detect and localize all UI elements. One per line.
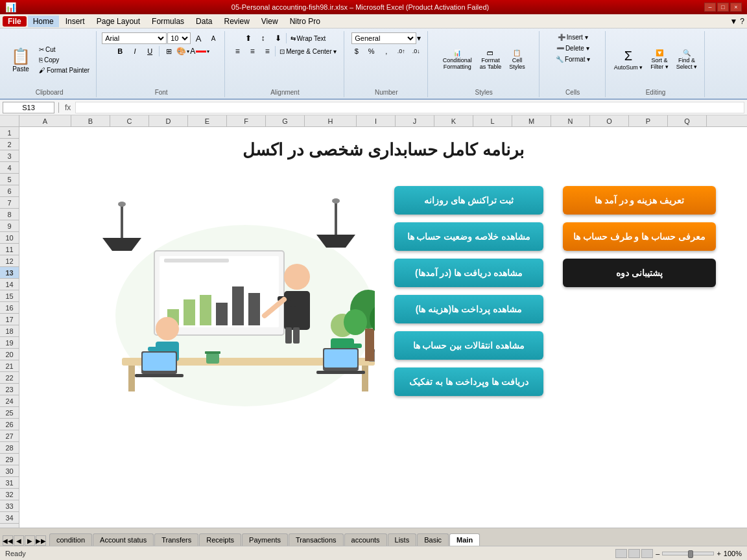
- ribbon-minimize-icon[interactable]: ▼: [729, 17, 737, 26]
- sort-filter-button[interactable]: 🔽 Sort &Filter ▾: [647, 40, 672, 79]
- view-payments-button[interactable]: مشاهده پرداخت ها(هزینه ها): [394, 295, 543, 323]
- copy-button[interactable]: ⎘Copy: [36, 55, 92, 65]
- delete-cells-button[interactable]: ➖Delete ▾: [554, 43, 592, 53]
- help-icon[interactable]: ?: [740, 17, 744, 26]
- backup-button[interactable]: پشتیبانی دوه: [563, 259, 716, 287]
- sheet-tab-payments[interactable]: Payments: [242, 533, 288, 546]
- menu-insert[interactable]: Insert: [60, 16, 90, 27]
- account-summary-button[interactable]: مشاهده خلاصه وضعیت حساب ها: [394, 222, 543, 251]
- normal-view-button[interactable]: [615, 549, 627, 558]
- sheet-tab-transactions[interactable]: Transactions: [289, 533, 344, 546]
- sheet-nav-first[interactable]: ◀◀: [3, 535, 13, 546]
- menu-file[interactable]: File: [3, 16, 27, 27]
- grid-cells[interactable]: برنامه کامل حسابداری شخصی در اکسل تعریف …: [19, 127, 747, 528]
- decrease-decimal-button[interactable]: .0↓: [409, 45, 423, 57]
- col-header-h[interactable]: H: [305, 115, 357, 126]
- function-icon[interactable]: fx: [63, 103, 73, 112]
- col-header-f[interactable]: F: [227, 115, 266, 126]
- number-format-dropdown[interactable]: ▾: [417, 34, 421, 43]
- increase-decimal-button[interactable]: .0↑: [394, 45, 409, 57]
- close-button[interactable]: ×: [730, 3, 742, 12]
- zoom-out-button[interactable]: –: [656, 550, 659, 557]
- col-header-o[interactable]: O: [590, 115, 629, 126]
- sheet-nav-next[interactable]: ▶: [25, 535, 35, 546]
- bold-button[interactable]: B: [113, 45, 127, 57]
- paste-button[interactable]: 📋 Paste: [6, 41, 35, 78]
- view-transfers-button[interactable]: مشاهده انتقالات بین حساب ها: [394, 331, 543, 360]
- define-income-expense-button[interactable]: تعریف هزینه و در آمد ها: [563, 186, 716, 215]
- row-19[interactable]: 19: [0, 337, 19, 349]
- row-34[interactable]: 34: [0, 512, 19, 524]
- cell-styles-button[interactable]: 📋 CellStyles: [506, 40, 528, 79]
- menu-nitro-pro[interactable]: Nitro Pro: [285, 16, 326, 27]
- row-2[interactable]: 2: [0, 139, 19, 150]
- number-format-select[interactable]: General: [351, 32, 416, 44]
- name-box[interactable]: [3, 102, 54, 113]
- row-27[interactable]: 27: [0, 430, 19, 442]
- menu-review[interactable]: Review: [219, 16, 254, 27]
- formula-input[interactable]: [75, 102, 744, 113]
- underline-button[interactable]: U: [143, 45, 157, 57]
- menu-page-layout[interactable]: Page Layout: [91, 16, 145, 27]
- format-as-table-button[interactable]: 🗃 Formatas Table: [477, 40, 504, 79]
- percent-button[interactable]: %: [364, 45, 379, 57]
- border-button[interactable]: ⊞: [161, 45, 176, 57]
- row-25[interactable]: 25: [0, 407, 19, 419]
- row-21[interactable]: 21: [0, 360, 19, 372]
- row-12[interactable]: 12: [0, 255, 19, 267]
- window-controls[interactable]: – □ ×: [704, 3, 742, 12]
- row-15[interactable]: 15: [0, 290, 19, 302]
- font-size-select[interactable]: 10: [167, 32, 191, 44]
- merge-center-button[interactable]: ⊡ Merge & Center ▾: [276, 46, 340, 57]
- introduce-accounts-button[interactable]: معرفی حساب ها و طرف حساب ها: [563, 222, 716, 251]
- zoom-slider[interactable]: [662, 552, 714, 555]
- row-31[interactable]: 31: [0, 477, 19, 489]
- auto-sum-button[interactable]: Σ AutoSum ▾: [611, 40, 646, 79]
- col-header-b[interactable]: B: [71, 115, 110, 126]
- row-3[interactable]: 3: [0, 150, 19, 162]
- conditional-formatting-button[interactable]: 📊 ConditionalFormatting: [440, 40, 475, 79]
- align-center-button[interactable]: ≡: [245, 45, 259, 57]
- align-left-button[interactable]: ≡: [230, 45, 244, 57]
- row-24[interactable]: 24: [0, 395, 19, 407]
- col-header-m[interactable]: M: [512, 115, 551, 126]
- align-right-button[interactable]: ≡: [260, 45, 274, 57]
- page-layout-view-button[interactable]: [628, 549, 640, 558]
- row-23[interactable]: 23: [0, 384, 19, 395]
- row-29[interactable]: 29: [0, 454, 19, 465]
- middle-align-button[interactable]: ↕: [256, 32, 270, 44]
- row-14[interactable]: 14: [0, 279, 19, 290]
- col-header-j[interactable]: J: [396, 115, 434, 126]
- col-header-n[interactable]: N: [551, 115, 590, 126]
- font-color-button[interactable]: A ▾: [190, 47, 209, 56]
- wrap-text-button[interactable]: ⇆ Wrap Text: [287, 33, 329, 44]
- col-header-i[interactable]: I: [357, 115, 396, 126]
- row-7[interactable]: 7: [0, 197, 19, 209]
- sheet-tab-receipts[interactable]: Receipts: [199, 533, 241, 546]
- row-32[interactable]: 32: [0, 489, 19, 500]
- row-4[interactable]: 4: [0, 162, 19, 174]
- sheet-tab-lists[interactable]: Lists: [388, 533, 417, 546]
- menu-home[interactable]: Home: [28, 16, 59, 27]
- row-28[interactable]: 28: [0, 442, 19, 454]
- sheet-nav-prev[interactable]: ◀: [14, 535, 24, 546]
- col-header-a[interactable]: A: [19, 115, 71, 126]
- row-22[interactable]: 22: [0, 372, 19, 384]
- row-18[interactable]: 18: [0, 325, 19, 337]
- col-header-g[interactable]: G: [266, 115, 305, 126]
- daily-transactions-button[interactable]: ثبت تراکنش های روزانه: [394, 186, 543, 215]
- sheet-tab-transfers[interactable]: Transfers: [154, 533, 198, 546]
- comma-button[interactable]: ,: [379, 45, 394, 57]
- page-break-view-button[interactable]: [641, 549, 653, 558]
- row-17[interactable]: 17: [0, 314, 19, 325]
- top-align-button[interactable]: ⬆: [241, 32, 255, 44]
- col-header-e[interactable]: E: [188, 115, 227, 126]
- row-26[interactable]: 26: [0, 419, 19, 430]
- insert-cells-button[interactable]: ➕Insert ▾: [555, 32, 591, 42]
- col-header-d[interactable]: D: [149, 115, 188, 126]
- sheet-tab-condition[interactable]: condition: [49, 533, 92, 546]
- bottom-align-button[interactable]: ⬇: [271, 32, 285, 44]
- cut-button[interactable]: ✂Cut: [36, 45, 92, 54]
- row-1[interactable]: 1: [0, 127, 19, 139]
- row-9[interactable]: 9: [0, 220, 19, 232]
